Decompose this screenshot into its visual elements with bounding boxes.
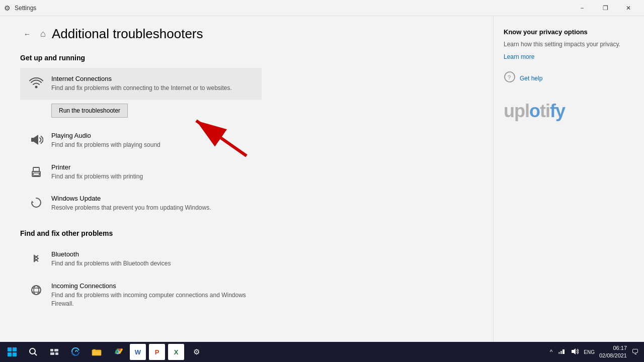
- clock[interactable]: 06:17 02/08/2021: [599, 344, 627, 360]
- lang-label[interactable]: ENG: [582, 348, 596, 356]
- printer-name: Printer: [51, 163, 143, 171]
- svg-point-6: [39, 172, 40, 173]
- network-icon[interactable]: [556, 347, 567, 357]
- clock-time: 06:17: [599, 344, 627, 352]
- windows-update-desc: Resolve problems that prevent you from u…: [51, 204, 211, 212]
- svg-rect-23: [50, 352, 54, 355]
- title-bar-title: Settings: [15, 5, 36, 12]
- svg-rect-31: [560, 351, 562, 354]
- get-help-icon: ?: [504, 71, 516, 85]
- playing-audio-name: Playing Audio: [51, 132, 160, 139]
- svg-rect-18: [13, 352, 17, 356]
- word-button[interactable]: W: [130, 344, 146, 360]
- watermark-t: ti: [540, 101, 550, 121]
- excel-button[interactable]: X: [168, 344, 184, 360]
- printer-icon: [28, 164, 44, 178]
- settings-icon: ⚙: [4, 4, 11, 12]
- settings-taskbar-button[interactable]: ⚙: [186, 342, 206, 362]
- svg-rect-4: [33, 167, 39, 171]
- svg-rect-32: [562, 349, 565, 354]
- learn-more-link[interactable]: Learn more: [504, 53, 534, 60]
- main-content: ← ⌂ Additional troubleshooters Get up an…: [0, 16, 493, 342]
- get-help-link[interactable]: Get help: [520, 75, 542, 82]
- item-bluetooth[interactable]: Bluetooth Find and fix problems with Blu…: [20, 243, 262, 275]
- section1-title: Get up and running: [20, 54, 473, 62]
- search-button[interactable]: [23, 342, 43, 362]
- title-bar: ⚙ Settings − ❐ ✕: [0, 0, 644, 16]
- svg-line-20: [35, 353, 37, 356]
- svg-point-19: [30, 348, 35, 354]
- svg-rect-1: [31, 138, 34, 142]
- section-get-up-running: Get up and running Internet Connections: [20, 54, 473, 219]
- section-find-fix: Find and fix other problems Bluetooth Fi…: [20, 229, 473, 315]
- system-tray: ^ ENG: [548, 347, 596, 357]
- svg-marker-7: [32, 201, 34, 203]
- run-btn-row: Run the troubleshooter: [20, 100, 262, 125]
- svg-text:?: ?: [508, 74, 511, 80]
- item-incoming-connections[interactable]: Incoming Connections Find and fix proble…: [20, 275, 262, 315]
- svg-marker-2: [34, 135, 38, 145]
- powerpoint-button[interactable]: P: [149, 344, 165, 360]
- svg-point-8: [32, 286, 41, 295]
- bluetooth-icon: [28, 251, 44, 265]
- svg-point-0: [35, 86, 38, 88]
- home-icon[interactable]: ⌂: [40, 29, 46, 39]
- svg-point-9: [34, 286, 39, 295]
- svg-rect-24: [55, 352, 58, 355]
- privacy-title: Know your privacy options: [504, 28, 634, 36]
- minimize-button[interactable]: −: [571, 0, 594, 16]
- close-button[interactable]: ✕: [617, 0, 640, 16]
- incoming-connections-desc: Find and fix problems with incoming comp…: [51, 291, 254, 308]
- watermark-fy: fy: [550, 101, 565, 121]
- wifi-icon: [28, 76, 44, 90]
- notification-button[interactable]: 🗨: [630, 347, 640, 357]
- watermark-oti: o: [529, 101, 540, 121]
- watermark-upl: upl: [504, 101, 529, 121]
- internet-connections-name: Internet Connections: [51, 75, 232, 82]
- incoming-icon: [28, 283, 44, 297]
- clock-date: 02/08/2021: [599, 352, 627, 359]
- start-button[interactable]: [2, 342, 22, 362]
- item-playing-audio[interactable]: Playing Audio Find and fix problems with…: [20, 125, 262, 156]
- section2-title: Find and fix other problems: [20, 229, 473, 237]
- get-help-row[interactable]: ? Get help: [504, 71, 634, 85]
- taskbar: W P X ⚙ ^: [0, 342, 644, 362]
- restore-button[interactable]: ❐: [594, 0, 617, 16]
- volume-icon[interactable]: [569, 347, 580, 357]
- svg-rect-15: [8, 347, 12, 351]
- back-button[interactable]: ←: [20, 27, 34, 41]
- explorer-button[interactable]: [87, 342, 107, 362]
- item-printer[interactable]: Printer Find and fix problems with print…: [20, 156, 262, 188]
- right-sidebar: Know your privacy options Learn how this…: [493, 16, 644, 342]
- page-title: Additional troubleshooters: [52, 26, 203, 42]
- svg-rect-16: [13, 347, 17, 351]
- watermark: uplotify: [504, 101, 634, 122]
- page-header: ← ⌂ Additional troubleshooters: [20, 26, 473, 42]
- bluetooth-name: Bluetooth: [51, 250, 171, 258]
- svg-rect-30: [558, 352, 560, 354]
- update-icon: [28, 196, 44, 210]
- chrome-button[interactable]: [108, 342, 128, 362]
- incoming-connections-name: Incoming Connections: [51, 282, 254, 290]
- svg-rect-21: [50, 349, 53, 351]
- privacy-text: Learn how this setting impacts your priv…: [504, 40, 634, 49]
- item-windows-update[interactable]: Windows Update Resolve problems that pre…: [20, 188, 262, 219]
- printer-desc: Find and fix problems with printing: [51, 172, 143, 181]
- svg-rect-17: [8, 352, 12, 356]
- item-internet-connections[interactable]: Internet Connections Find and fix proble…: [20, 68, 262, 100]
- svg-rect-5: [33, 173, 39, 175]
- windows-update-name: Windows Update: [51, 195, 211, 202]
- internet-connections-desc: Find and fix problems with connecting to…: [51, 84, 232, 93]
- run-troubleshooter-button[interactable]: Run the troubleshooter: [51, 104, 128, 118]
- audio-icon: [28, 133, 44, 147]
- playing-audio-desc: Find and fix problems with playing sound: [51, 141, 160, 149]
- edge-button[interactable]: [65, 342, 86, 362]
- svg-marker-33: [572, 348, 576, 354]
- task-view-button[interactable]: [44, 342, 64, 362]
- svg-rect-22: [54, 349, 58, 351]
- tray-chevron[interactable]: ^: [548, 347, 554, 356]
- bluetooth-desc: Find and fix problems with Bluetooth dev…: [51, 259, 171, 268]
